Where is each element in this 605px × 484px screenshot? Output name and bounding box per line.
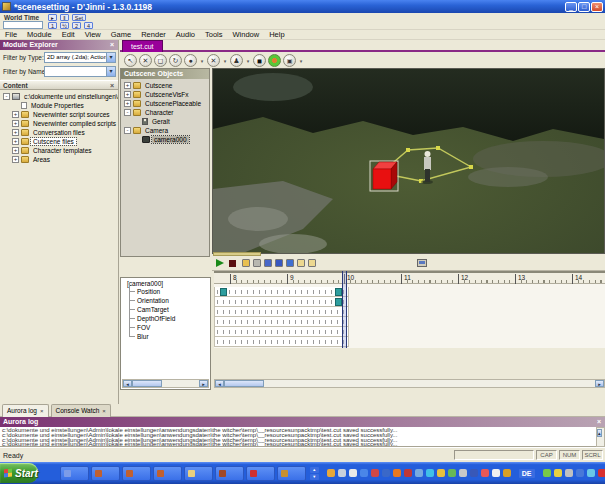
tree-item[interactable]: + Cutscene [121, 81, 209, 90]
timeline-track-area[interactable] [214, 284, 605, 348]
tree-item[interactable]: + CutsceneVisFx [121, 90, 209, 99]
tree-expander-icon[interactable]: + [124, 91, 131, 98]
tray-icon[interactable] [327, 469, 335, 477]
world-time-pause-button[interactable]: ‖ [60, 14, 69, 21]
menu-item[interactable]: Help [264, 30, 289, 39]
camera-tool-button[interactable] [253, 54, 266, 67]
close-tab-icon[interactable]: × [102, 405, 106, 417]
track-row[interactable] [214, 317, 349, 327]
move-tool-button[interactable] [139, 54, 152, 67]
world-time-speed-4-button[interactable]: 4 [84, 22, 93, 29]
scroll-left-icon[interactable]: ◂ [123, 380, 132, 387]
timeline-tool-icon[interactable] [275, 259, 283, 267]
menu-item[interactable]: Tools [200, 30, 228, 39]
scrollbar-thumb[interactable] [132, 380, 162, 387]
tray-icon[interactable] [543, 469, 551, 477]
timeline-tool-icon[interactable] [242, 259, 250, 267]
track-name[interactable]: Position [121, 287, 210, 296]
stop-button[interactable] [229, 260, 236, 267]
scrollbar-thumb[interactable] [224, 380, 264, 387]
tray-icon[interactable] [426, 469, 434, 477]
minimize-button[interactable] [565, 2, 577, 12]
menu-item[interactable]: View [80, 30, 106, 39]
menu-item[interactable]: Audio [171, 30, 200, 39]
tray-icon[interactable] [360, 469, 368, 477]
scroll-right-icon[interactable]: ▸ [199, 380, 208, 387]
keyframe-marker[interactable] [220, 288, 227, 296]
tray-icon[interactable] [503, 469, 511, 477]
timeline-ruler[interactable]: 891011121314 [214, 271, 605, 284]
chevron-down-icon[interactable]: ▾ [298, 58, 304, 64]
tree-item[interactable]: + Neverwinter compiled scripts [0, 119, 118, 128]
menu-item[interactable]: Render [136, 30, 171, 39]
close-icon[interactable]: × [108, 82, 116, 90]
tree-expander-icon[interactable]: + [12, 138, 19, 145]
tree-expander-icon[interactable]: + [124, 100, 131, 107]
menu-item[interactable]: Module [22, 30, 57, 39]
close-panel-icon[interactable]: × [108, 41, 116, 49]
menu-item[interactable]: Edit [57, 30, 80, 39]
close-button[interactable] [591, 2, 603, 12]
language-indicator[interactable]: DE [519, 469, 535, 478]
tree-item[interactable]: + Areas [0, 155, 118, 164]
world-time-speed-1-button[interactable]: 1 [48, 22, 57, 29]
tray-icon[interactable] [371, 469, 379, 477]
track-row[interactable] [214, 287, 349, 297]
close-panel-icon[interactable]: × [595, 418, 603, 426]
viewport-3d-scene[interactable] [212, 68, 605, 254]
timeline-tool-icon[interactable] [308, 259, 316, 267]
tray-icon[interactable] [565, 469, 573, 477]
tree-item[interactable]: - Camera [121, 126, 209, 135]
tree-item[interactable]: camera000 [121, 135, 209, 144]
world-time-play-button[interactable]: ▸ [48, 14, 57, 21]
track-row[interactable] [214, 297, 349, 307]
chevron-down-icon[interactable]: ▾ [222, 58, 228, 64]
filter-by-type-combo[interactable]: 2D array (.2da); Action... ▾ [44, 52, 116, 63]
tree-item[interactable]: - Character [121, 108, 209, 117]
console-tab[interactable]: Console Watch × [51, 404, 111, 417]
tree-item[interactable]: + Conversation files [0, 128, 118, 137]
menu-item[interactable]: File [0, 30, 22, 39]
scroll-up-icon[interactable]: ▲ [310, 467, 319, 473]
select-tool-button[interactable] [124, 54, 137, 67]
taskbar-window-button[interactable] [60, 466, 89, 481]
taskbar-scroll-buttons[interactable]: ▲ ▼ [310, 467, 319, 480]
playhead[interactable] [342, 271, 347, 348]
timeline-scrollbar[interactable]: ◂ ▸ [214, 379, 605, 388]
track-row[interactable] [214, 327, 349, 337]
tray-icon[interactable] [470, 469, 478, 477]
tray-icon[interactable] [415, 469, 423, 477]
maximize-button[interactable] [578, 2, 590, 12]
track-name[interactable]: Orientation [121, 296, 210, 305]
scroll-down-icon[interactable]: ▼ [310, 474, 319, 480]
tree-expander-icon[interactable]: - [3, 93, 10, 100]
track-group-label[interactable]: [camera000] [121, 278, 210, 287]
track-name[interactable]: FOV [121, 323, 210, 332]
track-names-scrollbar[interactable]: ◂ ▸ [122, 379, 209, 388]
chevron-down-icon[interactable]: ▾ [106, 67, 115, 76]
taskbar-window-button[interactable] [246, 466, 275, 481]
tray-icon[interactable] [459, 469, 467, 477]
tree-expander-icon[interactable]: + [124, 82, 131, 89]
scroll-left-icon[interactable]: ◂ [215, 380, 224, 387]
tree-expander-icon[interactable]: + [12, 147, 19, 154]
tree-item[interactable]: - c:\dokumente und einstellungen\all... [0, 92, 118, 101]
tray-icon[interactable] [492, 469, 500, 477]
tree-expander-icon[interactable]: + [12, 129, 19, 136]
rotate-tool-button[interactable] [169, 54, 182, 67]
world-time-input[interactable] [3, 21, 43, 29]
character-tool-button[interactable] [230, 54, 243, 67]
world-time-speed-2-button[interactable]: 2 [72, 22, 81, 29]
tree-item[interactable]: + Character templates [0, 146, 118, 155]
pan-tool-button[interactable] [184, 54, 197, 67]
tree-expander-icon[interactable]: - [124, 109, 131, 116]
taskbar-window-button[interactable] [277, 466, 306, 481]
taskbar-window-button[interactable] [184, 466, 213, 481]
tree-item[interactable]: Module Properties [0, 101, 118, 110]
tray-icon[interactable] [554, 469, 562, 477]
track-name[interactable]: Blur [121, 332, 210, 341]
track-name[interactable]: DepthOfField [121, 314, 210, 323]
tree-item[interactable]: + Neverwinter script sources [0, 110, 118, 119]
tray-icon[interactable] [382, 469, 390, 477]
tree-expander-icon[interactable]: + [12, 156, 19, 163]
